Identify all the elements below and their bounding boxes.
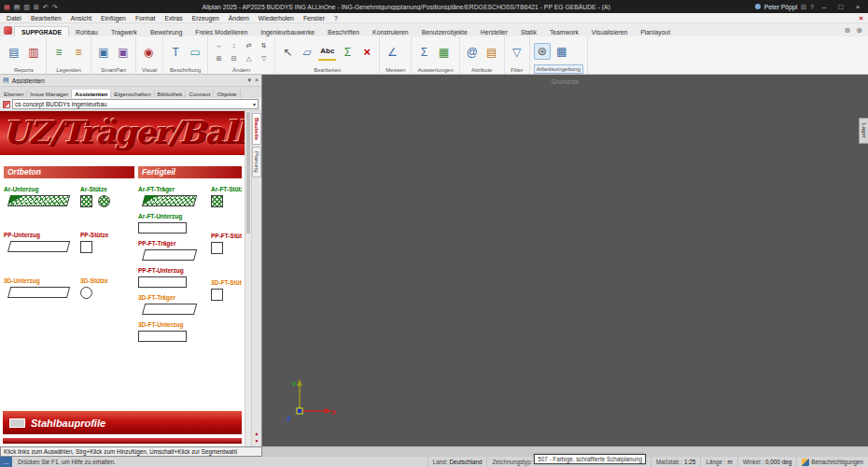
tab-beschriften[interactable]: Beschriften <box>321 27 366 36</box>
close-button[interactable]: × <box>851 3 864 11</box>
tab-bewehrung[interactable]: Bewehrung <box>144 27 189 36</box>
add-icon[interactable]: ⊞ <box>212 52 226 64</box>
print-icon[interactable]: ⊞ <box>34 4 39 10</box>
scroll-down-icon[interactable]: ▼ <box>255 438 259 444</box>
assistant-group-select[interactable]: cs concept BUDDYs Ingenieurbau ▾ <box>12 99 259 109</box>
assistant-item-pp-unterzug[interactable]: PP-Unterzug <box>4 232 80 253</box>
report-template-icon[interactable]: ▥ <box>25 44 42 61</box>
tab-ebenen[interactable]: Ebenen <box>1 90 27 98</box>
sum-icon[interactable]: Σ <box>339 44 356 61</box>
status-notifications[interactable]: Benachrichtigungen <box>796 457 868 467</box>
menu-ansicht[interactable]: Ansicht <box>66 15 96 21</box>
palette-close-icon[interactable]: × <box>255 77 259 84</box>
dock-tab-lager[interactable]: Lager <box>859 118 868 144</box>
filter-icon[interactable]: ▽ <box>509 44 525 61</box>
delete-icon[interactable]: × <box>358 44 375 61</box>
help-icon[interactable]: ? <box>810 4 814 10</box>
tab-rohbau[interactable]: Rohbau <box>69 27 105 36</box>
subtract-icon[interactable]: ⊟ <box>227 52 241 64</box>
menu-hilfe[interactable]: ? <box>329 15 343 21</box>
section-header-stahlbauprofile[interactable]: Stahlbauprofile <box>3 411 242 434</box>
status-drawing-type[interactable]: Zeichnungstyp: 507 - Farbige, schraffier… <box>486 457 651 467</box>
evaluate-icon[interactable]: Σ <box>415 44 432 61</box>
tab-connect[interactable]: Connect <box>186 90 214 98</box>
settings-gear-icon[interactable]: ⊛ <box>845 26 851 35</box>
assistant-item-3d-ft-unterzug[interactable]: 3D-FT-Unterzug <box>138 321 211 342</box>
stretch-icon[interactable]: ↕ <box>227 39 241 51</box>
smartpart-edit-icon[interactable]: ▣ <box>115 44 132 61</box>
tab-ingenieurbauwerke[interactable]: Ingenieurbauwerke <box>254 27 321 36</box>
tab-konstruieren[interactable]: Konstruieren <box>366 27 415 36</box>
legend-icon[interactable]: ≡ <box>50 44 67 61</box>
ribbon-home-icon[interactable] <box>4 26 12 35</box>
tab-freies-modellieren[interactable]: Freies Modellieren <box>189 27 254 36</box>
move-icon[interactable]: ↔ <box>212 39 226 51</box>
status-angle[interactable]: Winkel : 0,000 deg <box>737 457 797 467</box>
text-label-icon[interactable]: T <box>167 44 184 61</box>
tab-statik[interactable]: Statik <box>514 27 543 36</box>
assistant-item-3d-ft-stuetze[interactable]: 3D-FT-Stütze <box>211 279 242 301</box>
scrollbar-thumb[interactable] <box>246 112 250 234</box>
menu-wiederholen[interactable]: Wiederholen <box>254 15 299 21</box>
rotate-down-icon[interactable]: ▽ <box>257 52 271 64</box>
menu-bearbeiten[interactable]: Bearbeiten <box>26 15 66 21</box>
tab-eigenschaften[interactable]: Eigenschaften <box>111 90 154 98</box>
menu-format[interactable]: Format <box>131 15 161 21</box>
scroll-up-icon[interactable]: ▲ <box>255 431 259 436</box>
label-frame-icon[interactable]: ▭ <box>187 44 203 61</box>
palette-scrollbar[interactable] <box>245 111 251 446</box>
menu-einfuegen[interactable]: Einfügen <box>96 15 131 21</box>
abc-text-icon[interactable]: Abc <box>318 44 336 61</box>
assistant-item-3d-unterzug[interactable]: 3D-Unterzug <box>4 277 80 299</box>
open-icon[interactable]: ▤ <box>14 4 21 10</box>
assistant-item-ar-unterzug[interactable]: Ar-Unterzug <box>4 186 80 207</box>
assistant-item-3d-ft-traeger[interactable]: 3D-FT-Träger <box>138 294 211 315</box>
mirror-icon[interactable]: ⇅ <box>257 39 271 51</box>
maximize-button[interactable]: □ <box>834 3 847 11</box>
tab-visualisieren[interactable]: Visualisieren <box>585 27 634 36</box>
tab-suppgrade[interactable]: SUPPGRADE <box>14 26 69 36</box>
assistant-item-pp-ft-unterzug[interactable]: PP-FT-Unterzug <box>138 267 211 288</box>
section-header-fertigteil[interactable]: Fertigteil <box>138 166 242 178</box>
user-name[interactable]: Peter Pöppl <box>764 4 798 10</box>
table-report-icon[interactable]: ▦ <box>435 44 452 61</box>
status-length-unit[interactable]: Länge : m <box>700 457 736 467</box>
tab-planlayout[interactable]: Planlayout <box>634 27 677 36</box>
status-scale[interactable]: Maßstab : 1:25 <box>651 457 700 467</box>
save-icon[interactable]: ▥ <box>23 4 30 10</box>
menu-fenster[interactable]: Fenster <box>299 15 329 21</box>
tab-issue-manager[interactable]: Issue Manager <box>27 90 72 98</box>
assistant-item-3d-stuetze[interactable]: 3D-Stütze <box>80 277 133 299</box>
assistant-item-pp-stuetze[interactable]: PP-Stütze <box>80 232 133 253</box>
redo-icon[interactable]: ↷ <box>52 4 58 10</box>
measure-icon[interactable]: ∠ <box>384 44 400 61</box>
assistant-item-pp-ft-traeger[interactable]: PP-FT-Träger <box>138 240 211 261</box>
drawing-type-value[interactable]: 507 - Farbige, schraffierte Schalplanung <box>534 454 646 464</box>
workspace-gear-icon[interactable]: ⊛ <box>534 43 551 60</box>
select-cursor-icon[interactable]: ↖ <box>279 44 296 61</box>
menu-aendern[interactable]: Ändern <box>224 15 254 21</box>
side-tab-planung[interactable]: Planung <box>252 147 261 177</box>
report-icon[interactable]: ▤ <box>6 44 22 61</box>
menu-extras[interactable]: Extras <box>160 15 187 21</box>
tab-tragwerk[interactable]: Tragwerk <box>105 27 144 36</box>
document-close-icon[interactable]: × <box>859 14 863 22</box>
undo-icon[interactable]: ↶ <box>43 4 49 10</box>
attribute-list-icon[interactable]: ▤ <box>483 44 500 61</box>
visual-icon[interactable]: ◉ <box>140 44 157 61</box>
minimize-button[interactable]: – <box>818 3 831 11</box>
tab-benutzerobjekte[interactable]: Benutzerobjekte <box>415 27 474 36</box>
tab-bibliothek[interactable]: Bibliothek <box>155 90 187 98</box>
tab-hersteller[interactable]: Hersteller <box>474 27 514 36</box>
menu-erzeugen[interactable]: Erzeugen <box>188 15 224 21</box>
legend-edit-icon[interactable]: ≡ <box>70 44 87 61</box>
addon-icon[interactable]: ⊕ <box>856 26 862 35</box>
swap-icon[interactable]: ⇄ <box>242 39 256 51</box>
drawing-canvas[interactable]: Grundriss Lager Y X Z <box>262 75 868 446</box>
assistant-item-ar-ft-traeger[interactable]: Ar-FT-Träger <box>138 186 211 206</box>
smartpart-icon[interactable]: ▣ <box>95 44 112 61</box>
menu-datei[interactable]: Datei <box>2 15 26 21</box>
app-menu-icon[interactable]: ▦ <box>4 4 10 10</box>
side-tab-bauteile[interactable]: Bauteile <box>252 113 261 145</box>
attribute-icon[interactable]: @ <box>464 44 481 61</box>
